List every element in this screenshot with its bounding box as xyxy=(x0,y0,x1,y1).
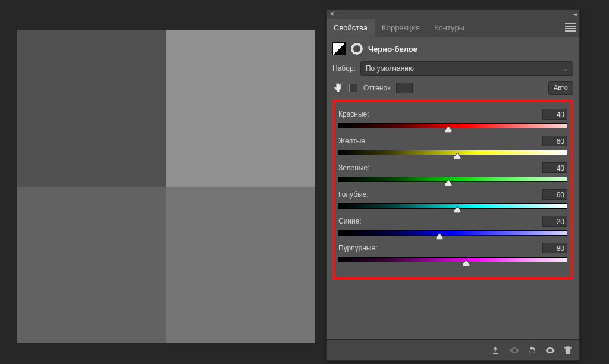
color-slider-row: Пурпурные:80 xyxy=(338,243,567,262)
slider-thumb[interactable] xyxy=(436,233,443,240)
tint-color-swatch[interactable] xyxy=(396,83,413,93)
slider-value-input[interactable]: 40 xyxy=(542,162,567,173)
preview-quadrant xyxy=(166,187,315,344)
tab-paths[interactable]: Контуры xyxy=(427,19,472,37)
bw-adjustment-icon xyxy=(332,42,346,55)
slider-thumb[interactable] xyxy=(463,260,470,266)
document-preview xyxy=(17,30,315,343)
slider-track[interactable] xyxy=(338,123,567,128)
slider-label: Красные: xyxy=(338,110,369,118)
slider-track[interactable] xyxy=(338,203,567,209)
preset-label: Набор: xyxy=(332,64,356,73)
tab-adjustments[interactable]: Коррекция xyxy=(375,19,427,37)
auto-button[interactable]: Авто xyxy=(548,81,573,95)
chevron-down-icon: ⌄ xyxy=(563,65,568,72)
color-sliders-group: Красные:40Желтые:60Зеленые:40Голубые:60С… xyxy=(332,99,573,279)
targeted-adjustment-icon[interactable] xyxy=(332,83,343,93)
toggle-visibility-icon[interactable] xyxy=(545,345,555,356)
slider-label: Зеленые: xyxy=(338,164,369,172)
slider-label: Голубые: xyxy=(338,190,369,199)
color-slider-row: Синие:20 xyxy=(338,216,567,236)
slider-value-input[interactable]: 20 xyxy=(542,216,567,227)
slider-track[interactable] xyxy=(338,257,567,262)
properties-panel: × ◂◂ Свойства Коррекция Контуры Черно-бе… xyxy=(326,9,580,361)
color-slider-row: Голубые:60 xyxy=(338,189,567,209)
delete-icon[interactable] xyxy=(563,345,573,356)
slider-thumb[interactable] xyxy=(445,180,452,186)
slider-label: Синие: xyxy=(338,217,362,225)
preview-quadrant xyxy=(17,187,166,344)
slider-label: Пурпурные: xyxy=(338,244,377,252)
clip-to-layer-icon[interactable] xyxy=(491,345,502,356)
collapse-icon[interactable]: ◂◂ xyxy=(573,11,576,17)
color-slider-row: Красные:40 xyxy=(338,109,567,128)
slider-label: Желтые: xyxy=(338,137,367,145)
color-slider-row: Желтые:60 xyxy=(338,136,567,155)
slider-thumb[interactable] xyxy=(454,206,461,213)
color-slider-row: Зеленые:40 xyxy=(338,162,567,182)
slider-track[interactable] xyxy=(338,230,567,236)
preset-value: По умолчанию xyxy=(366,64,414,73)
adjustment-title: Черно-белое xyxy=(368,45,417,54)
preview-quadrant xyxy=(166,30,315,187)
tab-properties[interactable]: Свойства xyxy=(327,19,375,37)
slider-thumb[interactable] xyxy=(445,126,452,133)
slider-thumb[interactable] xyxy=(454,153,461,159)
slider-value-input[interactable]: 60 xyxy=(542,189,567,200)
slider-value-input[interactable]: 40 xyxy=(542,109,567,120)
reset-icon[interactable] xyxy=(527,345,538,356)
slider-value-input[interactable]: 80 xyxy=(542,243,567,253)
layer-mask-icon[interactable] xyxy=(350,42,363,55)
slider-value-input[interactable]: 60 xyxy=(542,136,567,146)
close-icon[interactable]: × xyxy=(330,10,334,18)
panel-menu-icon[interactable] xyxy=(565,23,576,32)
preview-quadrant xyxy=(17,30,166,187)
slider-track[interactable] xyxy=(338,177,567,182)
tint-checkbox[interactable] xyxy=(349,84,357,92)
slider-track[interactable] xyxy=(338,150,567,155)
preset-select[interactable]: По умолчанию ⌄ xyxy=(360,61,573,76)
tint-label: Оттенок xyxy=(363,84,390,92)
view-previous-state-icon[interactable] xyxy=(509,345,520,356)
